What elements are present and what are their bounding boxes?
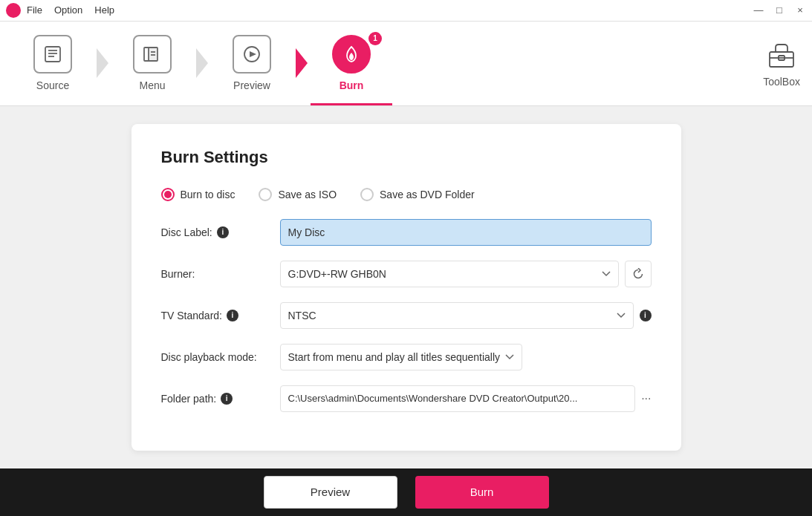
tab-source[interactable]: Source [12, 22, 94, 105]
arrow-2 [196, 48, 208, 78]
disc-label-label: Disc Label: i [161, 226, 280, 238]
disc-playback-label: Disc playback mode: [161, 351, 280, 363]
radio-burn-disc-circle [161, 188, 175, 201]
title-bar: File Option Help — □ × [0, 0, 812, 22]
folder-path-input-row: ··· [280, 385, 652, 412]
source-label: Source [36, 79, 69, 91]
burn-button[interactable]: Burn [415, 476, 549, 509]
tv-standard-row: TV Standard: i NTSC PAL i [161, 302, 652, 329]
nav-tabs: Source Menu Pr [12, 22, 392, 105]
burner-row: Burner: G:DVD+-RW GHB0N [161, 261, 652, 287]
bottom-bar: Preview Burn [0, 468, 812, 516]
radio-save-iso[interactable]: Save as ISO [259, 188, 337, 201]
toolbox-icon [765, 39, 798, 71]
folder-path-row: Folder path: i ··· [161, 385, 652, 412]
svg-rect-5 [149, 48, 157, 61]
menu-help[interactable]: Help [94, 4, 114, 16]
burn-badge: 1 [368, 32, 382, 45]
burner-label: Burner: [161, 268, 280, 280]
folder-path-control: ··· [280, 385, 652, 412]
folder-path-browse-button[interactable]: ··· [641, 392, 651, 405]
preview-label: Preview [233, 79, 270, 91]
menu-bar: File Option Help [27, 4, 753, 16]
burner-control: G:DVD+-RW GHB0N [280, 261, 652, 287]
radio-burn-disc-label: Burn to disc [181, 189, 236, 200]
svg-rect-0 [45, 47, 60, 62]
radio-save-iso-label: Save as ISO [278, 189, 337, 200]
disc-label-control [280, 219, 652, 246]
tab-burn[interactable]: 1 Burn [311, 22, 392, 105]
disc-playback-row: Disc playback mode: Start from menu and … [161, 344, 652, 370]
tab-menu[interactable]: Menu [111, 22, 193, 105]
tv-standard-info-icon[interactable]: i [227, 310, 238, 321]
disc-label-input[interactable] [280, 219, 652, 246]
window-controls: — □ × [753, 4, 806, 16]
tv-standard-control: NTSC PAL i [280, 302, 652, 329]
card-title: Burn Settings [161, 148, 652, 167]
toolbox-tab[interactable]: ToolBox [763, 39, 800, 88]
svg-marker-9 [250, 51, 256, 57]
radio-save-dvd-label: Save as DVD Folder [380, 189, 475, 200]
tab-preview[interactable]: Preview [211, 22, 293, 105]
radio-options-row: Burn to disc Save as ISO Save as DVD Fol… [161, 188, 652, 201]
app-logo [6, 3, 21, 18]
disc-label-info-icon[interactable]: i [217, 226, 229, 238]
nav-bar: Source Menu Pr [0, 22, 812, 106]
arrow-3 [296, 48, 308, 78]
radio-burn-disc[interactable]: Burn to disc [161, 188, 236, 201]
minimize-button[interactable]: — [753, 4, 764, 16]
close-button[interactable]: × [794, 4, 806, 16]
radio-save-dvd[interactable]: Save as DVD Folder [360, 188, 475, 201]
tv-standard-label: TV Standard: i [161, 310, 280, 321]
tv-standard-select[interactable]: NTSC PAL [280, 302, 634, 329]
burn-icon [332, 35, 371, 74]
disc-playback-control: Start from menu and play all titles sequ… [280, 344, 652, 370]
burn-settings-card: Burn Settings Burn to disc Save as ISO S… [131, 124, 681, 451]
toolbox-label: ToolBox [763, 76, 800, 88]
menu-file[interactable]: File [27, 4, 42, 16]
folder-path-input[interactable] [280, 385, 636, 412]
maximize-button[interactable]: □ [773, 4, 785, 16]
folder-path-info-icon[interactable]: i [221, 393, 233, 405]
arrow-1 [97, 48, 108, 78]
menu-option[interactable]: Option [54, 4, 82, 16]
preview-button[interactable]: Preview [264, 476, 397, 509]
disc-playback-select[interactable]: Start from menu and play all titles sequ… [280, 344, 522, 370]
burner-select-wrapper: G:DVD+-RW GHB0N [280, 261, 652, 287]
disc-label-row: Disc Label: i [161, 219, 652, 246]
tv-standard-select-wrapper: NTSC PAL i [280, 302, 652, 329]
svg-rect-10 [770, 52, 793, 67]
menu-icon [133, 35, 172, 74]
main-content: Burn Settings Burn to disc Save as ISO S… [0, 106, 812, 468]
preview-icon [233, 35, 271, 74]
folder-path-label: Folder path: i [161, 393, 280, 405]
burner-select[interactable]: G:DVD+-RW GHB0N [280, 261, 619, 287]
refresh-button[interactable] [625, 261, 652, 287]
burn-label: Burn [340, 79, 364, 91]
radio-save-dvd-circle [360, 188, 374, 201]
radio-save-iso-circle [259, 188, 272, 201]
tv-standard-info-right-icon[interactable]: i [640, 310, 652, 321]
source-icon [33, 35, 72, 74]
menu-label: Menu [139, 79, 165, 91]
